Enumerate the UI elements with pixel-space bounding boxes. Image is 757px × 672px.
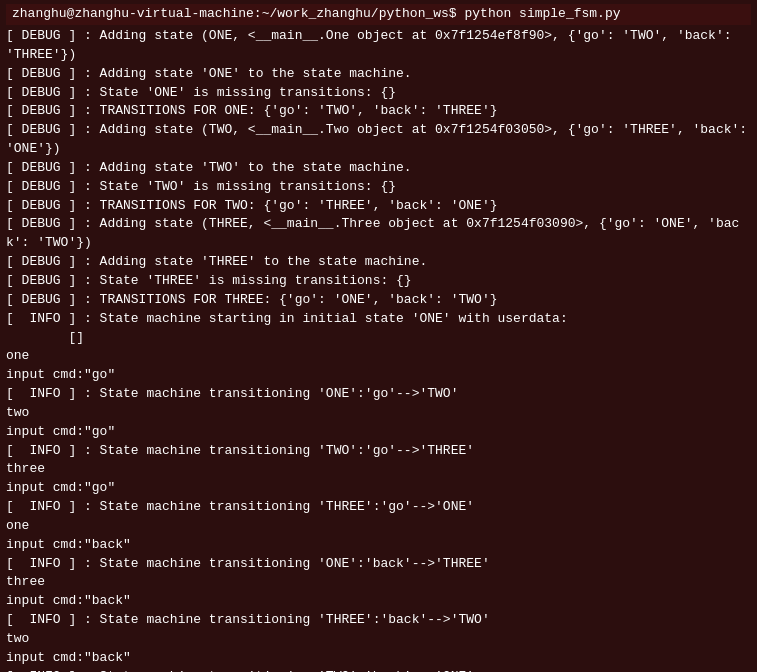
line-13: [ INFO ] : State machine starting in ini… [6, 310, 751, 329]
line-30: two [6, 630, 751, 649]
line-07: [ DEBUG ] : State 'TWO' is missing trans… [6, 178, 751, 197]
line-24: one [6, 517, 751, 536]
line-17: [ INFO ] : State machine transitioning '… [6, 385, 751, 404]
line-01: [ DEBUG ] : Adding state (ONE, <__main__… [6, 27, 751, 65]
line-18: two [6, 404, 751, 423]
line-27: three [6, 573, 751, 592]
line-05: [ DEBUG ] : Adding state (TWO, <__main__… [6, 121, 751, 159]
line-25: input cmd:"back" [6, 536, 751, 555]
line-02: [ DEBUG ] : Adding state 'ONE' to the st… [6, 65, 751, 84]
line-10: [ DEBUG ] : Adding state 'THREE' to the … [6, 253, 751, 272]
line-15: one [6, 347, 751, 366]
line-12: [ DEBUG ] : TRANSITIONS FOR THREE: {'go'… [6, 291, 751, 310]
line-20: [ INFO ] : State machine transitioning '… [6, 442, 751, 461]
line-09: [ DEBUG ] : Adding state (THREE, <__main… [6, 215, 751, 253]
line-19: input cmd:"go" [6, 423, 751, 442]
line-06: [ DEBUG ] : Adding state 'TWO' to the st… [6, 159, 751, 178]
line-22: input cmd:"go" [6, 479, 751, 498]
line-21: three [6, 460, 751, 479]
line-26: [ INFO ] : State machine transitioning '… [6, 555, 751, 574]
line-32: [ INFO ] : State machine transitioning '… [6, 668, 751, 672]
line-03: [ DEBUG ] : State 'ONE' is missing trans… [6, 84, 751, 103]
line-04: [ DEBUG ] : TRANSITIONS FOR ONE: {'go': … [6, 102, 751, 121]
terminal-output: [ DEBUG ] : Adding state (ONE, <__main__… [6, 27, 751, 672]
line-28: input cmd:"back" [6, 592, 751, 611]
terminal-window: zhanghu@zhanghu-virtual-machine:~/work_z… [0, 0, 757, 672]
line-23: [ INFO ] : State machine transitioning '… [6, 498, 751, 517]
line-11: [ DEBUG ] : State 'THREE' is missing tra… [6, 272, 751, 291]
line-29: [ INFO ] : State machine transitioning '… [6, 611, 751, 630]
terminal-title-bar: zhanghu@zhanghu-virtual-machine:~/work_z… [6, 4, 751, 25]
line-16: input cmd:"go" [6, 366, 751, 385]
line-08: [ DEBUG ] : TRANSITIONS FOR TWO: {'go': … [6, 197, 751, 216]
line-14: [] [6, 329, 751, 348]
line-31: input cmd:"back" [6, 649, 751, 668]
